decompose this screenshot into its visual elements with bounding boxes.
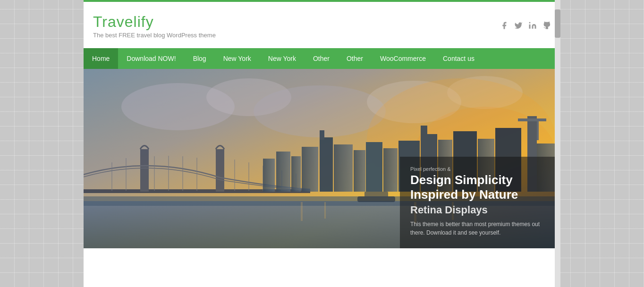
svg-rect-28 xyxy=(302,147,318,192)
svg-rect-34 xyxy=(383,148,398,192)
linkedin-icon[interactable] xyxy=(528,21,537,32)
nav-item-home[interactable]: Home xyxy=(84,48,118,69)
main-nav: Home Download NOW! Blog New York New Yor… xyxy=(84,48,560,69)
svg-rect-37 xyxy=(421,126,427,136)
svg-rect-29 xyxy=(320,137,333,192)
svg-point-4 xyxy=(254,85,386,137)
svg-rect-13 xyxy=(216,149,224,192)
hero-overlay-body: This theme is better than most premium t… xyxy=(410,220,550,237)
nav-item-other-2[interactable]: Other xyxy=(338,48,372,69)
svg-rect-30 xyxy=(320,130,324,140)
svg-rect-25 xyxy=(263,159,275,192)
svg-rect-43 xyxy=(518,118,546,121)
svg-rect-52 xyxy=(364,192,388,197)
facebook-icon[interactable] xyxy=(500,21,508,32)
svg-rect-32 xyxy=(354,150,365,192)
nav-item-other-1[interactable]: Other xyxy=(305,48,338,69)
github-icon[interactable] xyxy=(542,21,551,32)
nav-item-new-york-2[interactable]: New York xyxy=(260,48,305,69)
svg-rect-27 xyxy=(291,156,301,192)
page-wrapper: Travelify The best FREE travel blog Word… xyxy=(84,0,560,287)
nav-item-download[interactable]: Download NOW! xyxy=(118,48,184,69)
nav-item-woocommerce[interactable]: WooCommerce xyxy=(372,48,434,69)
nav-item-contact[interactable]: Contact us xyxy=(434,48,483,69)
hero-overlay-title: Design Simplicity Inspired by Nature xyxy=(410,173,550,202)
hero-overlay: Pixel perfection & Design Simplicity Ins… xyxy=(400,157,560,248)
svg-rect-26 xyxy=(276,152,290,192)
svg-rect-31 xyxy=(334,144,353,192)
hero-overlay-pretitle: Pixel perfection & xyxy=(410,166,550,172)
hero-section: Pixel perfection & Design Simplicity Ins… xyxy=(84,69,560,248)
site-tagline: The best FREE travel blog WordPress them… xyxy=(93,32,216,39)
svg-rect-44 xyxy=(537,121,539,140)
site-title: Travelify xyxy=(93,14,216,29)
scrollbar[interactable] xyxy=(555,0,560,287)
svg-point-0 xyxy=(529,22,531,23)
svg-rect-47 xyxy=(301,202,303,221)
svg-rect-12 xyxy=(140,149,149,192)
top-bar xyxy=(84,0,560,2)
hero-overlay-subtitle: Retina Displays xyxy=(410,204,550,216)
nav-item-new-york-1[interactable]: New York xyxy=(215,48,260,69)
site-branding: Travelify The best FREE travel blog Word… xyxy=(93,14,216,39)
nav-item-blog[interactable]: Blog xyxy=(185,48,215,69)
scrollbar-thumb[interactable] xyxy=(555,9,560,38)
social-icons xyxy=(500,21,551,32)
svg-rect-48 xyxy=(324,202,326,219)
site-header: Travelify The best FREE travel blog Word… xyxy=(84,0,560,48)
twitter-icon[interactable] xyxy=(514,21,523,32)
svg-rect-33 xyxy=(366,142,382,192)
